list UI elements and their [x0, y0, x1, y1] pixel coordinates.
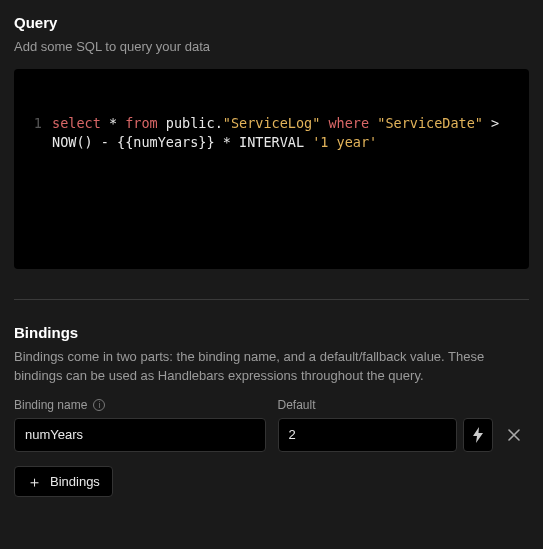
token-minus: - — [101, 134, 109, 150]
token-binding: {{numYears}} — [117, 134, 215, 150]
token-gt: > — [491, 115, 499, 131]
add-binding-button[interactable]: ＋ Bindings — [14, 466, 113, 497]
token-where: where — [328, 115, 369, 131]
add-binding-label: Bindings — [50, 474, 100, 489]
binding-default-wrap — [278, 418, 530, 452]
token-one-year: '1 year' — [312, 134, 377, 150]
bindings-section: Bindings Bindings come in two parts: the… — [14, 324, 529, 497]
remove-binding-button[interactable] — [499, 418, 529, 452]
code-content: select * from public."ServiceLog" where … — [52, 114, 519, 152]
query-section: Query Add some SQL to query your data 1 … — [14, 14, 529, 269]
token-from: from — [125, 115, 158, 131]
close-icon — [508, 429, 520, 441]
token-servicelog: "ServiceLog" — [223, 115, 321, 131]
binding-name-col: Binding name i — [14, 398, 266, 452]
bindings-desc: Bindings come in two parts: the binding … — [14, 347, 529, 386]
lightning-button[interactable] — [463, 418, 493, 452]
token-select: select — [52, 115, 101, 131]
binding-name-input[interactable] — [14, 418, 266, 452]
binding-name-label-text: Binding name — [14, 398, 87, 412]
divider — [14, 299, 529, 300]
token-star2: * — [223, 134, 231, 150]
query-desc: Add some SQL to query your data — [14, 37, 529, 57]
token-dot: . — [215, 115, 223, 131]
line-number: 1 — [24, 114, 42, 152]
binding-row: Binding name i Default — [14, 398, 529, 452]
token-star: * — [109, 115, 117, 131]
binding-default-label: Default — [278, 398, 530, 412]
bindings-title: Bindings — [14, 324, 529, 341]
token-now: NOW() — [52, 134, 93, 150]
sql-editor[interactable]: 1 select * from public."ServiceLog" wher… — [14, 69, 529, 269]
token-interval: INTERVAL — [239, 134, 304, 150]
info-icon[interactable]: i — [93, 399, 105, 411]
plus-icon: ＋ — [27, 474, 42, 489]
query-title: Query — [14, 14, 529, 31]
code-line: 1 select * from public."ServiceLog" wher… — [24, 114, 519, 152]
binding-name-label: Binding name i — [14, 398, 266, 412]
binding-default-input[interactable] — [278, 418, 458, 452]
binding-default-col: Default — [278, 398, 530, 452]
token-servicedate: "ServiceDate" — [377, 115, 483, 131]
token-public: public — [166, 115, 215, 131]
binding-default-label-text: Default — [278, 398, 316, 412]
lightning-icon — [472, 427, 484, 443]
